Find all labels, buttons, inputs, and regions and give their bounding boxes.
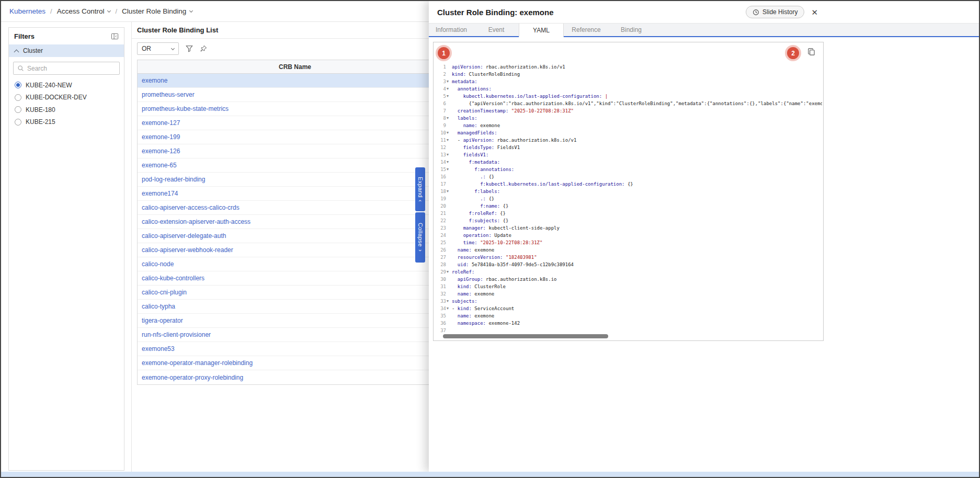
yaml-text: - kind: ServiceAccount (452, 305, 514, 312)
crb-table-row[interactable]: calico-node (138, 257, 452, 271)
tab-information[interactable]: Information (429, 24, 474, 36)
chevron-down-icon (171, 46, 175, 50)
crb-name-link[interactable]: calico-cni-plugin (142, 289, 187, 296)
collapse-sidebar-icon[interactable] (111, 32, 119, 40)
crb-name-link[interactable]: calico-extension-apiserver-auth-access (142, 218, 250, 225)
crb-table-row[interactable]: pod-log-reader-binding (138, 173, 452, 187)
crb-table-row[interactable]: exemone (138, 74, 452, 88)
collapse-label: Collapse (417, 223, 424, 247)
crb-name-link[interactable]: calico-kube-controllers (142, 275, 204, 282)
crb-table-row[interactable]: prometheus-server (138, 88, 452, 102)
crb-name-link[interactable]: exemone-127 (142, 119, 180, 127)
crb-table-row[interactable]: calico-apiserver-delegate-auth (138, 229, 452, 243)
fold-toggle-icon[interactable]: ▾ (446, 188, 452, 195)
crb-table-row[interactable]: exemone-65 (138, 158, 452, 173)
crb-name-link[interactable]: exemone-199 (142, 133, 180, 141)
cluster-radio-option[interactable]: KUBE-180 (15, 104, 118, 116)
crb-table-row[interactable]: exemone-operator-manager-rolebinding (138, 356, 452, 370)
yaml-line: 26 name: exemone (436, 246, 822, 254)
crb-table-row[interactable]: exemone-199 (138, 130, 452, 144)
crb-table-row[interactable]: calico-typha (138, 300, 452, 314)
collapse-pane-button[interactable]: Collapse › (415, 212, 425, 263)
crb-name-link[interactable]: exemone-65 (142, 162, 177, 169)
breadcrumb-item[interactable]: Cluster Role Binding (122, 7, 192, 15)
breadcrumb-item-label: Cluster Role Binding (122, 7, 186, 15)
line-number: 23 (436, 224, 446, 232)
tab-event[interactable]: Event (474, 24, 519, 36)
yaml-line: 15▾ f:annotations: (436, 166, 822, 173)
crb-name-link[interactable]: exemone (142, 77, 167, 84)
fold-toggle-icon[interactable]: ▾ (446, 93, 452, 100)
crb-name-link[interactable]: calico-typha (142, 303, 175, 310)
tab-yaml[interactable]: YAML (519, 24, 564, 37)
crb-table-row[interactable]: prometheus-kube-state-metrics (138, 102, 452, 116)
crb-name-link[interactable]: run-nfs-client-provisioner (142, 331, 211, 338)
fold-toggle-icon[interactable]: ▾ (446, 268, 452, 276)
fold-toggle-icon[interactable]: ▾ (446, 78, 452, 85)
crb-name-link[interactable]: tigera-operator (142, 317, 183, 324)
crb-table-row[interactable]: calico-apiserver-access-calico-crds (138, 201, 452, 215)
filter-section-cluster[interactable]: Cluster (9, 44, 124, 57)
crb-name-link[interactable]: prometheus-server (142, 91, 195, 98)
line-number: 16 (436, 173, 446, 180)
copy-icon[interactable] (807, 48, 815, 55)
yaml-text: apiVersion: rbac.authorization.k8s.io/v1 (452, 63, 565, 71)
crb-table-row[interactable]: run-nfs-client-provisioner (138, 328, 452, 342)
crb-name-link[interactable]: prometheus-kube-state-metrics (142, 105, 229, 112)
cluster-radio-option[interactable]: KUBE-240-NEW (15, 79, 118, 92)
yaml-text: resourceVersion: "182403981" (452, 254, 537, 261)
fold-toggle-icon[interactable]: ▾ (446, 136, 452, 144)
crb-name-link[interactable]: exemone53 (142, 345, 175, 352)
crb-table-row[interactable]: exemone53 (138, 342, 452, 356)
crb-name-link[interactable]: calico-apiserver-access-calico-crds (142, 204, 240, 211)
crb-name-link[interactable]: exemone174 (142, 190, 178, 197)
cluster-radio-option[interactable]: KUBE-215 (15, 116, 118, 129)
fold-toggle-icon[interactable]: ▾ (446, 115, 452, 122)
crb-table-row[interactable]: calico-apiserver-webhook-reader (138, 243, 452, 257)
crb-name-link[interactable]: calico-node (142, 260, 174, 268)
horizontal-scrollbar-thumb[interactable] (443, 334, 608, 338)
fold-toggle-icon[interactable]: ▾ (446, 85, 452, 93)
filter-icon[interactable] (186, 45, 193, 52)
fold-toggle-icon[interactable]: ▾ (446, 305, 452, 312)
line-number: 12 (436, 144, 446, 151)
slide-history-button[interactable]: Slide History (746, 6, 804, 18)
crb-table-row[interactable]: calico-kube-controllers (138, 271, 452, 286)
chevron-down-icon (107, 9, 111, 13)
crb-table-row[interactable]: exemone174 (138, 187, 452, 201)
crb-name-link[interactable]: exemone-126 (142, 147, 180, 155)
fold-toggle-icon[interactable]: ▾ (446, 298, 452, 305)
crb-table-row[interactable]: exemone-126 (138, 144, 452, 158)
breadcrumb-item[interactable]: Access Control (57, 7, 111, 15)
radio-icon (15, 94, 21, 101)
crb-table-row[interactable]: calico-cni-plugin (138, 286, 452, 300)
expand-pane-button[interactable]: Expand ‹ (415, 167, 425, 211)
line-number: 35 (436, 312, 446, 320)
fold-toggle-icon[interactable]: ▾ (446, 166, 452, 173)
fold-toggle-icon[interactable]: ▾ (446, 151, 452, 158)
crb-table-row[interactable]: exemone-127 (138, 116, 452, 130)
breadcrumb-root-link[interactable]: Kubernetes (9, 7, 45, 15)
line-number: 25 (436, 239, 446, 246)
pin-icon[interactable] (200, 45, 207, 52)
line-number: 6 (436, 100, 446, 107)
filters-panel: Filters Cluster KUBE-240-NEW KUBE-DOCKER… (8, 27, 124, 471)
crb-name-link[interactable]: pod-log-reader-binding (142, 176, 205, 183)
close-icon[interactable]: ✕ (811, 8, 818, 16)
tab-reference[interactable]: Reference (564, 24, 609, 36)
cluster-radio-option[interactable]: KUBE-DOCKER-DEV (15, 92, 118, 104)
crb-rows: exemone prometheus-server prometheus-kub… (138, 74, 452, 384)
fold-toggle-icon[interactable]: ▾ (446, 158, 452, 166)
operator-select[interactable]: OR (137, 42, 179, 55)
crb-table-row[interactable]: exemone-operator-proxy-rolebinding (138, 370, 452, 384)
fold-toggle-icon[interactable]: ▾ (446, 129, 452, 136)
tab-binding[interactable]: Binding (609, 24, 654, 36)
crb-name-link[interactable]: calico-apiserver-delegate-auth (142, 232, 226, 240)
crb-name-link[interactable]: exemone-operator-proxy-rolebinding (142, 374, 243, 381)
search-input[interactable] (27, 65, 116, 72)
crb-name-link[interactable]: calico-apiserver-webhook-reader (142, 246, 233, 254)
crb-table-row[interactable]: calico-extension-apiserver-auth-access (138, 215, 452, 229)
crb-name-link[interactable]: exemone-operator-manager-rolebinding (142, 359, 253, 367)
crb-table-row[interactable]: tigera-operator (138, 314, 452, 328)
line-number: 9 (436, 122, 446, 129)
